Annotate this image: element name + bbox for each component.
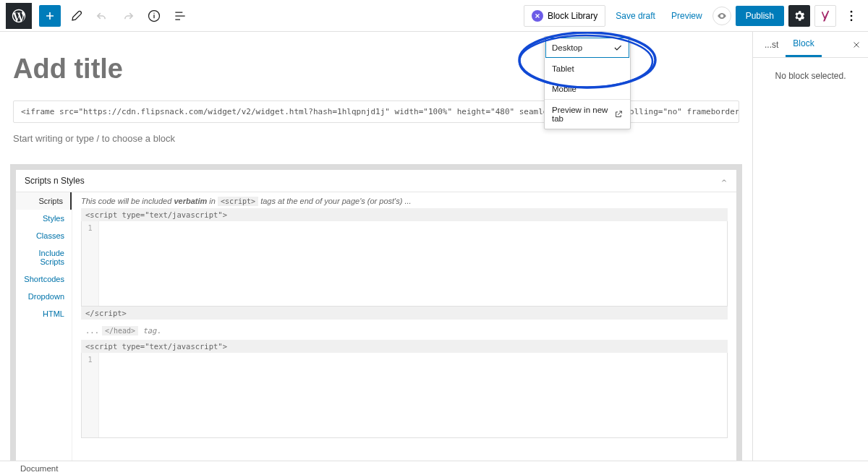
- preview-option-mobile[interactable]: Mobile: [545, 79, 630, 99]
- plus-icon: [43, 9, 57, 23]
- info-button[interactable]: [143, 5, 165, 27]
- sidebar-body: No block selected.: [753, 58, 868, 94]
- scripts-panel-body: Scripts Styles Classes Include Scripts S…: [16, 192, 736, 461]
- outline-button[interactable]: [169, 5, 191, 27]
- breadcrumb-document[interactable]: Document: [20, 464, 58, 473]
- script-close-tag: </script>: [81, 307, 728, 320]
- sidebar-close-button[interactable]: [849, 38, 864, 52]
- editor-toolbar: Block Library Save draft Preview Publish: [0, 0, 868, 32]
- pencil-icon: [69, 9, 83, 23]
- code-editor-area[interactable]: [99, 221, 727, 306]
- block-appender[interactable]: Start writing or type / to choose a bloc…: [0, 130, 752, 154]
- svg-point-1: [851, 10, 853, 12]
- block-library-button[interactable]: Block Library: [524, 5, 605, 27]
- scripts-tab-html[interactable]: HTML: [16, 305, 72, 322]
- code-editor-gutter: 1: [82, 353, 99, 437]
- save-draft-button[interactable]: Save draft: [610, 7, 661, 25]
- preview-new-tab[interactable]: Preview in new tab: [545, 100, 630, 129]
- yoast-button[interactable]: [814, 5, 836, 27]
- scripts-tab-classes[interactable]: Classes: [16, 227, 72, 244]
- add-block-button[interactable]: [39, 5, 61, 27]
- redo-icon: [121, 9, 135, 23]
- block-library-icon: [532, 10, 543, 22]
- scripts-note: This code will be included verbatim in <…: [81, 197, 728, 205]
- code-editor-gutter: 1: [82, 221, 99, 306]
- preview-option-label: Preview in new tab: [552, 106, 614, 123]
- list-icon: [173, 9, 187, 23]
- wordpress-logo[interactable]: [6, 3, 32, 29]
- preview-option-label: Desktop: [552, 43, 582, 52]
- head-tag-note: ...</head> tag.: [81, 324, 728, 337]
- scripts-panel-header[interactable]: Scripts n Styles: [16, 170, 736, 192]
- sidebar-tab-block[interactable]: Block: [786, 32, 821, 57]
- publish-button[interactable]: Publish: [736, 6, 784, 26]
- toolbar-right: Block Library Save draft Preview Publish: [524, 5, 862, 27]
- undo-button[interactable]: [91, 5, 113, 27]
- wordpress-icon: [11, 8, 27, 24]
- script-open-tag-head: <script type="text/javascript">: [81, 340, 728, 353]
- preview-option-label: Mobile: [552, 85, 576, 93]
- preview-option-label: Tablet: [552, 64, 574, 73]
- preview-option-desktop[interactable]: Desktop: [545, 37, 630, 59]
- scripts-tab-scripts[interactable]: Scripts: [16, 192, 72, 210]
- edit-mode-button[interactable]: [65, 5, 87, 27]
- block-library-label: Block Library: [548, 11, 597, 21]
- preview-option-tablet[interactable]: Tablet: [545, 59, 630, 79]
- gear-icon: [793, 9, 806, 22]
- eye-icon: [717, 11, 727, 21]
- code-editor-area[interactable]: [99, 353, 727, 437]
- close-icon: [852, 40, 861, 49]
- settings-button[interactable]: [788, 5, 810, 27]
- scripts-tab-styles[interactable]: Styles: [16, 210, 72, 227]
- scripts-content: This code will be included verbatim in <…: [72, 192, 736, 461]
- scripts-tab-dropdown[interactable]: Dropdown: [16, 288, 72, 305]
- scripts-tab-include[interactable]: Include Scripts: [16, 244, 72, 270]
- preview-dropdown: Desktop Tablet Mobile Preview in new tab: [544, 36, 631, 129]
- preview-button[interactable]: Preview: [665, 7, 708, 25]
- code-editor-body[interactable]: 1: [81, 221, 728, 307]
- toolbar-left: [6, 3, 191, 29]
- editor-canvas: Desktop Tablet Mobile Preview in new tab…: [0, 32, 752, 461]
- undo-icon: [95, 9, 109, 23]
- editor-footer: Document: [0, 461, 868, 475]
- settings-sidebar: ...st Block No block selected.: [752, 32, 868, 461]
- svg-point-2: [851, 14, 853, 17]
- external-link-icon: [614, 109, 623, 119]
- yoast-icon: [819, 9, 832, 22]
- redo-button[interactable]: [117, 5, 139, 27]
- scripts-n-styles-panel: Scripts n Styles Scripts Styles Classes …: [10, 164, 742, 461]
- caret-up-icon: [720, 177, 728, 184]
- scripts-tab-shortcodes[interactable]: Shortcodes: [16, 270, 72, 288]
- more-options-button[interactable]: [841, 5, 862, 27]
- yoast-readability-indicator[interactable]: [712, 7, 731, 25]
- code-editor-head[interactable]: 1: [81, 353, 728, 438]
- scripts-panel-title: Scripts n Styles: [25, 176, 85, 186]
- script-open-tag: <script type="text/javascript">: [81, 208, 728, 221]
- kebab-icon: [844, 9, 859, 23]
- post-title[interactable]: Add title: [0, 32, 752, 95]
- svg-point-3: [851, 19, 853, 21]
- scripts-tabs: Scripts Styles Classes Include Scripts S…: [16, 192, 72, 461]
- check-icon: [613, 43, 623, 53]
- info-icon: [147, 9, 161, 23]
- sidebar-tabs: ...st Block: [753, 32, 868, 58]
- sidebar-tab-post[interactable]: ...st: [757, 33, 786, 56]
